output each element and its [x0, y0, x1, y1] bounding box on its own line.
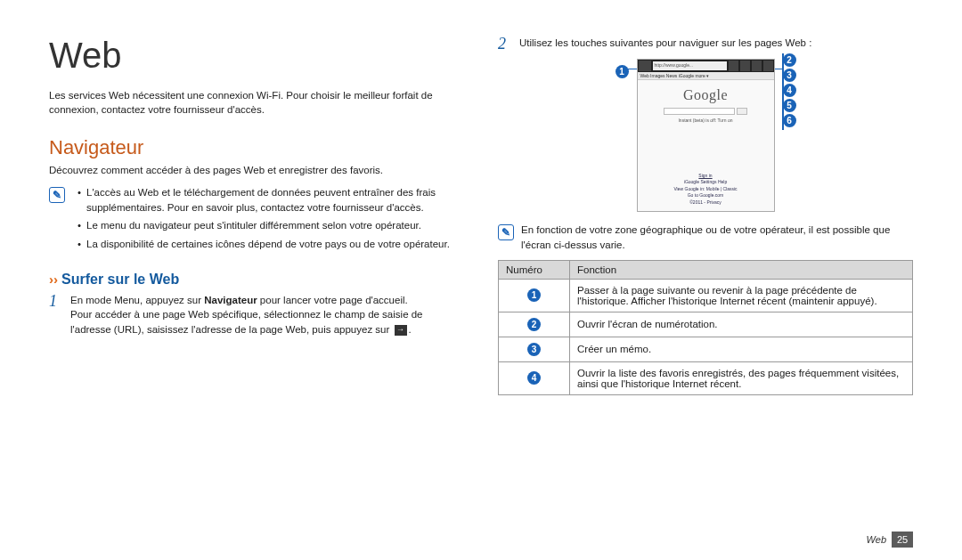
chevron-icon: ››: [49, 272, 58, 287]
callout-3: 3: [783, 69, 796, 82]
note-item: L'accès au Web et le téléchargement de d…: [77, 185, 464, 215]
row-callout: 3: [527, 343, 541, 356]
phone-illustration: 1 2 3 4 5 6 http://www.google...: [498, 59, 913, 213]
table-row: 3 Créer un mémo.: [499, 337, 913, 361]
google-logo: Google: [638, 87, 774, 103]
row-function: Créer un mémo.: [570, 337, 913, 361]
row-function: Ouvrir l'écran de numérotation.: [570, 312, 913, 337]
go-arrow-icon: →: [395, 325, 407, 336]
note-block-right: ✎ En fonction de votre zone géographique…: [498, 223, 913, 252]
note-icon: ✎: [49, 187, 65, 203]
footer-label: Web: [867, 534, 886, 545]
footer-links: iGoogle Settings Help: [684, 179, 727, 184]
row-function: Passer à la page suivante ou revenir à l…: [570, 279, 913, 312]
step-1: 1 En mode Menu, appuyez sur Navigateur p…: [49, 293, 464, 337]
intro-paragraph: Les services Web nécessitent une connexi…: [49, 88, 464, 117]
function-table: Numéro Fonction 1 Passer à la page suiva…: [498, 260, 913, 395]
browser-back-icon: [639, 61, 651, 71]
url-bar: http://www.google...: [653, 61, 727, 70]
footer-goto: Go to Google.com: [688, 192, 724, 198]
toolbar-icon: [752, 61, 762, 71]
footer-view: View Google in: Mobile | Classic: [673, 186, 737, 191]
callout-4: 4: [783, 84, 796, 97]
note-icon: ✎: [498, 224, 514, 240]
table-header-number: Numéro: [499, 260, 570, 279]
callout-2: 2: [783, 53, 796, 67]
search-input: [664, 108, 735, 115]
row-function: Ouvrir la liste des favoris enregistrés,…: [570, 361, 913, 394]
signin-link: Sign in: [698, 173, 712, 180]
note-item: La disponibilité de certaines icônes dép…: [77, 237, 464, 252]
note-item: Le menu du navigateur peut s'intituler d…: [77, 218, 464, 233]
row-callout: 1: [527, 288, 541, 302]
callout-1: 1: [616, 65, 629, 78]
step-number: 1: [49, 293, 63, 337]
search-button: [737, 108, 747, 115]
page-number: 25: [892, 532, 913, 548]
left-column: Web Les services Web nécessitent une con…: [49, 36, 464, 395]
row-callout: 4: [527, 371, 541, 385]
table-header-function: Fonction: [570, 260, 913, 279]
note-text: En fonction de votre zone géographique o…: [521, 223, 913, 252]
page-title: Web: [49, 36, 464, 76]
callout-6: 6: [783, 114, 796, 127]
toolbar-icon: [740, 61, 750, 71]
row-callout: 2: [527, 318, 541, 331]
right-column: 2 Utilisez les touches suivantes pour na…: [498, 36, 913, 395]
footer-copy: ©2011 - Privacy: [689, 199, 722, 205]
browser-tabs: Web Images News iGoogle more ▾: [638, 72, 774, 80]
table-row: 1 Passer à la page suivante ou revenir à…: [499, 279, 913, 312]
step-2: 2 Utilisez les touches suivantes pour na…: [498, 36, 913, 53]
page-footer: Web 25: [867, 532, 913, 548]
callout-5: 5: [783, 99, 796, 112]
table-row: 2 Ouvrir l'écran de numérotation.: [499, 312, 913, 337]
toolbar-icon: [763, 61, 773, 71]
step-number: 2: [498, 36, 512, 53]
table-row: 4 Ouvrir la liste des favoris enregistré…: [499, 361, 913, 394]
surf-heading: ››Surfer sur le Web: [49, 272, 464, 288]
navigator-heading: Navigateur: [49, 136, 464, 159]
toolbar-icon: [729, 61, 738, 71]
navigator-desc: Découvrez comment accéder à des pages We…: [49, 163, 464, 178]
note-block: ✎ L'accès au Web et le téléchargement de…: [49, 185, 464, 256]
